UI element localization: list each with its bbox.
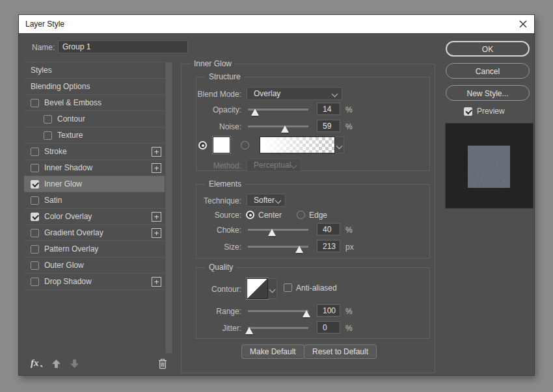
- sidebar-item-styles[interactable]: Styles: [24, 62, 165, 79]
- unchecked-checkbox[interactable]: [31, 164, 39, 172]
- add-effect-button[interactable]: +: [152, 228, 161, 238]
- noise-input[interactable]: [317, 120, 340, 132]
- dialog-title: Layer Style: [25, 20, 64, 29]
- move-effect-up-icon[interactable]: [51, 359, 61, 371]
- checked-checkbox[interactable]: [31, 213, 39, 221]
- structure-legend: Structure: [206, 72, 244, 81]
- make-default-button[interactable]: Make Default: [241, 345, 304, 359]
- noise-slider[interactable]: [248, 125, 308, 127]
- preview-toggle[interactable]: Preview: [464, 107, 505, 116]
- size-slider[interactable]: [248, 246, 308, 248]
- sidebar-item-stroke[interactable]: Stroke+: [24, 144, 165, 160]
- add-effect-button[interactable]: +: [152, 147, 161, 157]
- opacity-slider[interactable]: [248, 109, 308, 111]
- sidebar-item-satin[interactable]: Satin: [24, 192, 165, 209]
- unchecked-checkbox[interactable]: [31, 99, 39, 107]
- opacity-slider-thumb[interactable]: [251, 109, 259, 116]
- effects-list: StylesBlending OptionsBevel & EmbossCont…: [24, 62, 165, 290]
- reset-to-default-button[interactable]: Reset to Default: [304, 345, 377, 359]
- sidebar-item-label: Blending Options: [31, 82, 90, 91]
- layer-style-dialog: Layer Style Name: StylesBlending Options…: [18, 14, 535, 376]
- gradient-picker-arrow[interactable]: [335, 137, 344, 153]
- sidebar-item-inner-shadow[interactable]: Inner Shadow+: [24, 160, 165, 176]
- jitter-input[interactable]: [317, 321, 340, 333]
- choke-slider[interactable]: [248, 229, 308, 231]
- sidebar-item-label: Outer Glow: [44, 261, 84, 270]
- unchecked-checkbox[interactable]: [31, 196, 39, 205]
- elements-legend: Elements: [206, 179, 245, 189]
- contour-swatch[interactable]: [247, 278, 268, 299]
- anti-aliased-label: Anti-aliased: [296, 283, 337, 293]
- blend-mode-select[interactable]: Overlay: [247, 87, 342, 100]
- unchecked-checkbox[interactable]: [44, 115, 52, 124]
- sidebar-item-label: Pattern Overlay: [44, 244, 98, 254]
- source-edge-radio[interactable]: [297, 211, 305, 219]
- contour-picker-arrow[interactable]: [268, 278, 277, 299]
- choke-slider-thumb[interactable]: [268, 229, 276, 236]
- unchecked-checkbox[interactable]: [31, 278, 39, 286]
- opacity-label: Opacity:: [163, 105, 241, 114]
- new-style-button[interactable]: New Style...: [446, 85, 530, 101]
- sidebar-item-label: Drop Shadow: [44, 277, 92, 286]
- chevron-down-icon: [269, 287, 276, 293]
- unchecked-checkbox[interactable]: [31, 261, 39, 270]
- opacity-input[interactable]: [317, 103, 340, 115]
- sidebar-item-inner-glow[interactable]: Inner Glow: [24, 176, 165, 192]
- jitter-slider[interactable]: [248, 327, 308, 329]
- preview-checkbox[interactable]: [464, 107, 472, 116]
- add-effect-button[interactable]: +: [152, 212, 161, 222]
- method-value: Perceptual: [254, 161, 291, 170]
- sidebar-item-blending-options[interactable]: Blending Options: [24, 79, 165, 95]
- sidebar-item-outer-glow[interactable]: Outer Glow: [24, 257, 165, 274]
- source-edge-label: Edge: [309, 211, 327, 220]
- jitter-slider-thumb[interactable]: [245, 327, 253, 334]
- chevron-down-icon: [336, 143, 343, 150]
- sidebar-item-label: Stroke: [44, 147, 67, 156]
- noise-slider-thumb[interactable]: [281, 125, 289, 133]
- unchecked-checkbox[interactable]: [44, 131, 52, 140]
- sidebar-item-texture[interactable]: Texture: [24, 127, 165, 144]
- range-input[interactable]: [317, 304, 340, 317]
- delete-effect-icon[interactable]: [158, 358, 167, 372]
- sidebar-item-gradient-overlay[interactable]: Gradient Overlay+: [24, 225, 165, 241]
- source-center-radio[interactable]: [246, 211, 254, 219]
- range-label: Range:: [163, 307, 241, 316]
- checked-checkbox[interactable]: [31, 180, 39, 189]
- technique-select[interactable]: Softer: [247, 194, 286, 207]
- sidebar-item-label: Gradient Overlay: [44, 228, 103, 237]
- add-effect-button[interactable]: +: [152, 277, 161, 287]
- choke-input[interactable]: [317, 223, 340, 235]
- gradient-preview[interactable]: [260, 137, 335, 153]
- sidebar-item-pattern-overlay[interactable]: Pattern Overlay: [24, 241, 165, 257]
- move-effect-down-icon[interactable]: [70, 359, 79, 371]
- size-unit: px: [345, 242, 354, 252]
- sidebar-item-label: Satin: [44, 196, 62, 205]
- sidebar-item-drop-shadow[interactable]: Drop Shadow+: [24, 274, 165, 290]
- unchecked-checkbox[interactable]: [31, 245, 39, 254]
- noise-label: Noise:: [163, 122, 241, 131]
- name-input[interactable]: [58, 40, 188, 53]
- anti-aliased-checkbox[interactable]: [284, 283, 292, 292]
- sidebar-item-bevel-emboss[interactable]: Bevel & Emboss: [24, 95, 165, 111]
- color-radio[interactable]: [198, 141, 207, 150]
- add-effect-button[interactable]: +: [152, 163, 161, 173]
- sidebar-item-color-overlay[interactable]: Color Overlay+: [24, 209, 165, 225]
- close-icon[interactable]: [519, 20, 528, 29]
- unchecked-checkbox[interactable]: [31, 229, 39, 237]
- fx-icon[interactable]: fx: [31, 358, 39, 369]
- size-label: Size:: [163, 242, 241, 252]
- size-slider-thumb[interactable]: [295, 246, 303, 253]
- sidebar-item-label: Color Overlay: [44, 212, 92, 221]
- size-input[interactable]: [317, 240, 340, 252]
- unchecked-checkbox[interactable]: [31, 148, 39, 156]
- cancel-button[interactable]: Cancel: [446, 63, 530, 79]
- glow-color-swatch[interactable]: [213, 137, 230, 153]
- gradient-radio[interactable]: [241, 141, 249, 150]
- titlebar[interactable]: Layer Style: [19, 15, 534, 33]
- ok-button[interactable]: OK: [446, 41, 530, 57]
- range-slider[interactable]: [248, 310, 308, 312]
- blend-mode-label: Blend Mode:: [163, 90, 241, 99]
- range-slider-thumb[interactable]: [303, 310, 310, 317]
- sidebar-item-contour[interactable]: Contour: [24, 111, 165, 127]
- source-center-label: Center: [258, 211, 282, 220]
